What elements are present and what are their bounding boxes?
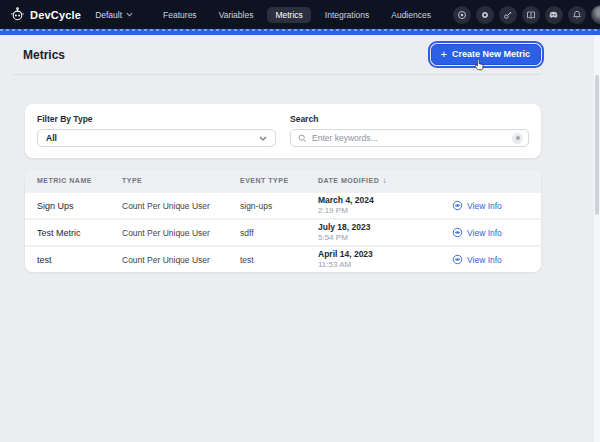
user-avatar[interactable]	[591, 5, 600, 24]
project-name: Default	[95, 10, 122, 20]
view-info-label: View Info	[467, 228, 502, 238]
brand[interactable]: DevCycle	[10, 7, 81, 22]
nav-item-features[interactable]: Features	[155, 7, 205, 23]
metrics-table: METRIC NAME TYPE EVENT TYPE DATE MODIFIE…	[25, 170, 541, 272]
plus-icon: +	[441, 50, 447, 58]
view-info-link[interactable]: View Info	[452, 227, 541, 238]
clear-search-icon[interactable]	[512, 133, 523, 144]
filter-by-type-label: Filter By Type	[37, 114, 276, 124]
metric-type: Count Per Unique User	[122, 201, 240, 211]
search-icon	[298, 134, 307, 143]
progress-strip	[0, 29, 600, 35]
search-label: Search	[290, 114, 529, 124]
nav-item-integrations[interactable]: Integrations	[317, 7, 377, 23]
view-info-link[interactable]: View Info	[452, 254, 541, 265]
filter-card: Filter By Type All Search	[25, 104, 541, 158]
view-info-label: View Info	[467, 255, 502, 265]
sort-descending-icon: ↓	[382, 176, 387, 185]
col-date-modified[interactable]: DATE MODIFIED↓	[318, 176, 452, 185]
nav-item-audiences[interactable]: Audiences	[383, 7, 439, 23]
col-event-type: EVENT TYPE	[240, 177, 318, 184]
filter-by-type-field: Filter By Type All	[37, 114, 276, 147]
date-modified: March 4, 2024 2:19 PM	[318, 195, 452, 216]
chevron-down-icon	[259, 136, 267, 141]
page-title: Metrics	[23, 48, 431, 62]
scrollbar[interactable]	[594, 35, 600, 442]
key-icon[interactable]	[499, 6, 517, 24]
create-new-metric-button[interactable]: + Create New Metric	[431, 44, 541, 65]
gear-icon[interactable]	[476, 6, 494, 24]
metric-name: Sign Ups	[37, 201, 122, 211]
table-row[interactable]: Sign Ups Count Per Unique User sign-ups …	[25, 191, 541, 218]
nav-item-variables[interactable]: Variables	[211, 7, 262, 23]
page-header: Metrics + Create New Metric	[13, 35, 541, 75]
nav-icon-group	[453, 5, 600, 24]
type-select[interactable]: All	[37, 129, 276, 147]
search-box	[290, 129, 529, 147]
top-navigation: DevCycle Default Features Variables Metr…	[0, 0, 600, 29]
main-nav: Features Variables Metrics Integrations …	[155, 7, 439, 23]
chevron-down-icon	[126, 12, 133, 17]
create-button-label: Create New Metric	[452, 49, 530, 59]
target-icon[interactable]	[453, 6, 471, 24]
brand-name: DevCycle	[30, 9, 81, 21]
event-type: sdff	[240, 228, 318, 238]
scrollbar-thumb[interactable]	[595, 75, 599, 215]
table-row[interactable]: test Count Per Unique User test April 14…	[25, 245, 541, 272]
bell-icon[interactable]	[568, 6, 586, 24]
event-type: test	[240, 255, 318, 265]
book-icon[interactable]	[522, 6, 540, 24]
metric-type: Count Per Unique User	[122, 228, 240, 238]
project-switcher[interactable]: Default	[95, 10, 133, 20]
eye-icon	[452, 254, 463, 265]
col-type: TYPE	[122, 177, 240, 184]
view-info-link[interactable]: View Info	[452, 200, 541, 211]
eye-icon	[452, 200, 463, 211]
devcycle-logo-icon	[10, 7, 25, 22]
search-input[interactable]	[312, 133, 507, 143]
metric-name: Test Metric	[37, 228, 122, 238]
metric-type: Count Per Unique User	[122, 255, 240, 265]
table-row[interactable]: Test Metric Count Per Unique User sdff J…	[25, 218, 541, 245]
col-metric-name: METRIC NAME	[37, 177, 122, 184]
view-info-label: View Info	[467, 201, 502, 211]
type-select-value: All	[46, 133, 57, 143]
search-field: Search	[290, 114, 529, 147]
nav-item-metrics[interactable]: Metrics	[267, 7, 310, 23]
metric-name: test	[37, 255, 122, 265]
table-header-row: METRIC NAME TYPE EVENT TYPE DATE MODIFIE…	[25, 170, 541, 191]
date-modified: April 14, 2023 11:53 AM	[318, 249, 452, 270]
discord-icon[interactable]	[545, 6, 563, 24]
event-type: sign-ups	[240, 201, 318, 211]
eye-icon	[452, 227, 463, 238]
date-modified: July 18, 2023 5:54 PM	[318, 222, 452, 243]
